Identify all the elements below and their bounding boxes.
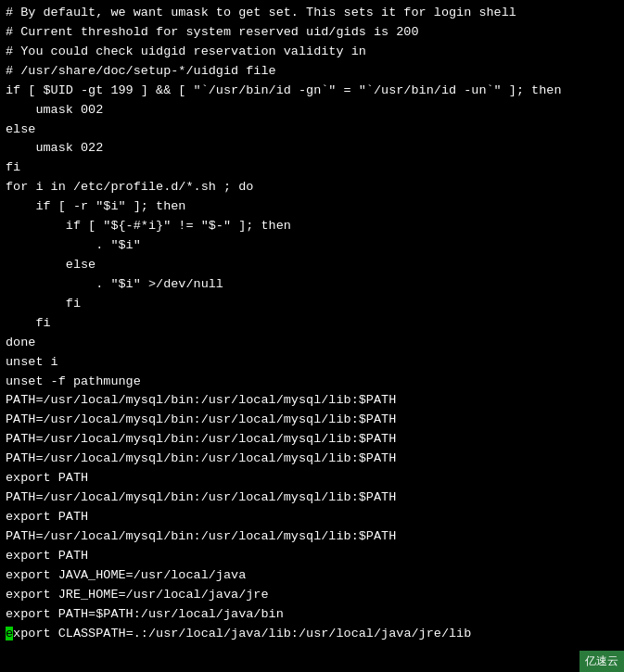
code-line: PATH=/usr/local/mysql/bin:/usr/local/mys… — [6, 527, 618, 547]
code-line: PATH=/usr/local/mysql/bin:/usr/local/mys… — [6, 391, 618, 411]
code-line: PATH=/usr/local/mysql/bin:/usr/local/mys… — [6, 488, 618, 508]
code-line: export PATH=$PATH:/usr/local/java/bin — [6, 605, 618, 625]
code-line: export JAVA_HOME=/usr/local/java — [6, 566, 618, 586]
code-line: export CLASSPATH=.:/usr/local/java/lib:/… — [6, 625, 618, 644]
code-line: fi — [6, 314, 618, 334]
code-line: export PATH — [6, 547, 618, 566]
code-line: PATH=/usr/local/mysql/bin:/usr/local/mys… — [6, 411, 618, 430]
code-line: . "$i" >/dev/null — [6, 275, 618, 295]
code-line: unset -f pathmunge — [6, 373, 618, 392]
code-line: export PATH — [6, 469, 618, 488]
code-content: # By default, we want umask to get set. … — [6, 4, 618, 643]
code-line: # You could check uidgid reservation val… — [6, 43, 618, 62]
code-line: umask 022 — [6, 139, 618, 158]
code-line: if [ -r "$i" ]; then — [6, 197, 618, 217]
code-line: else — [6, 120, 618, 140]
code-line: if [ "${-#*i}" != "$-" ]; then — [6, 217, 618, 236]
code-line: PATH=/usr/local/mysql/bin:/usr/local/mys… — [6, 430, 618, 450]
code-line: export PATH — [6, 508, 618, 527]
code-line: fi — [6, 295, 618, 314]
code-line: . "$i" — [6, 236, 618, 256]
code-line: PATH=/usr/local/mysql/bin:/usr/local/mys… — [6, 450, 618, 469]
code-line: # /usr/share/doc/setup-*/uidgid file — [6, 62, 618, 82]
code-line: # By default, we want umask to get set. … — [6, 4, 618, 23]
watermark-badge: 亿速云 — [579, 651, 624, 672]
code-line: export JRE_HOME=/usr/local/java/jre — [6, 586, 618, 605]
code-line: if [ $UID -gt 199 ] && [ "`/usr/bin/id -… — [6, 82, 618, 101]
code-line: unset i — [6, 353, 618, 373]
code-line: else — [6, 256, 618, 275]
code-line: umask 002 — [6, 101, 618, 120]
terminal: # By default, we want umask to get set. … — [0, 0, 624, 672]
code-line: # Current threshold for system reserved … — [6, 23, 618, 43]
code-line: done — [6, 334, 618, 353]
code-line: for i in /etc/profile.d/*.sh ; do — [6, 178, 618, 197]
code-line: fi — [6, 158, 618, 178]
